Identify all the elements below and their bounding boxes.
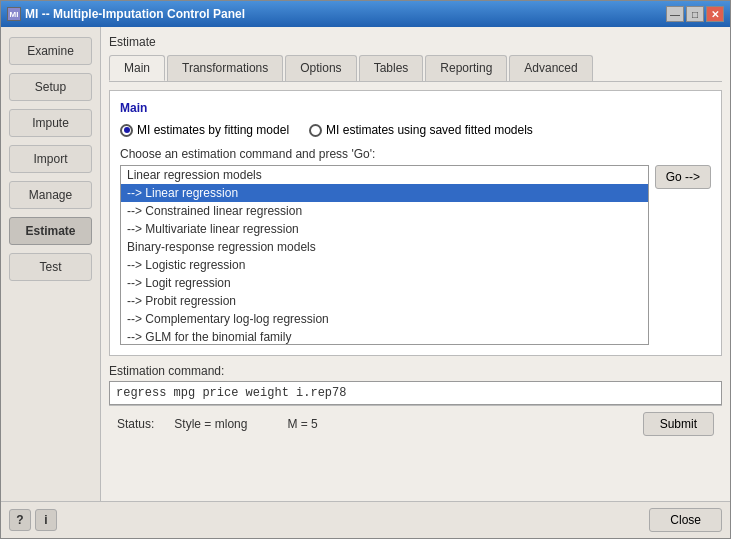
radio-fitting-model-circle <box>120 124 133 137</box>
window-title: MI -- Multiple-Imputation Control Panel <box>25 7 245 21</box>
estimation-input[interactable] <box>109 381 722 405</box>
submit-button[interactable]: Submit <box>643 412 714 436</box>
info-icon-button[interactable]: i <box>35 509 57 531</box>
maximize-button[interactable]: □ <box>686 6 704 22</box>
list-item[interactable]: --> Constrained linear regression <box>121 202 648 220</box>
title-bar: MI MI -- Multiple-Imputation Control Pan… <box>1 1 730 27</box>
sidebar-item-impute[interactable]: Impute <box>9 109 92 137</box>
sidebar-item-estimate[interactable]: Estimate <box>9 217 92 245</box>
radio-row: MI estimates by fitting model MI estimat… <box>120 123 711 137</box>
section-label: Estimate <box>109 35 722 49</box>
tabs-container: Main Transformations Options Tables Repo… <box>109 55 722 82</box>
radio-fitting-model-label: MI estimates by fitting model <box>137 123 289 137</box>
window-icon: MI <box>7 7 21 21</box>
radio-fitting-model[interactable]: MI estimates by fitting model <box>120 123 289 137</box>
sidebar-item-test[interactable]: Test <box>9 253 92 281</box>
tab-main[interactable]: Main <box>109 55 165 81</box>
sidebar-item-setup[interactable]: Setup <box>9 73 92 101</box>
title-buttons: — □ ✕ <box>666 6 724 22</box>
list-item[interactable]: --> GLM for the binomial family <box>121 328 648 345</box>
go-button[interactable]: Go --> <box>655 165 711 189</box>
estimation-section: Estimation command: <box>109 364 722 405</box>
tab-reporting[interactable]: Reporting <box>425 55 507 81</box>
list-item[interactable]: Linear regression models <box>121 166 648 184</box>
tab-options[interactable]: Options <box>285 55 356 81</box>
status-values: Style = mlong M = 5 <box>154 417 642 431</box>
radio-saved-models[interactable]: MI estimates using saved fitted models <box>309 123 533 137</box>
list-item[interactable]: --> Logit regression <box>121 274 648 292</box>
listbox-container: Linear regression models --> Linear regr… <box>120 165 649 345</box>
list-item[interactable]: --> Logistic regression <box>121 256 648 274</box>
help-icon-button[interactable]: ? <box>9 509 31 531</box>
title-bar-left: MI MI -- Multiple-Imputation Control Pan… <box>7 7 245 21</box>
tab-transformations[interactable]: Transformations <box>167 55 283 81</box>
sidebar-item-import[interactable]: Import <box>9 145 92 173</box>
right-panel: Estimate Main Transformations Options Ta… <box>101 27 730 501</box>
radio-saved-models-label: MI estimates using saved fitted models <box>326 123 533 137</box>
main-section-box: Main MI estimates by fitting model MI es… <box>109 90 722 356</box>
bottom-bar: ? i Close <box>1 501 730 538</box>
radio-saved-models-circle <box>309 124 322 137</box>
list-item[interactable]: Binary-response regression models <box>121 238 648 256</box>
list-item[interactable]: --> Linear regression <box>121 184 648 202</box>
estimation-label: Estimation command: <box>109 364 722 378</box>
minimize-button[interactable]: — <box>666 6 684 22</box>
status-m: M = 5 <box>287 417 317 431</box>
main-window: MI MI -- Multiple-Imputation Control Pan… <box>0 0 731 539</box>
list-item[interactable]: --> Probit regression <box>121 292 648 310</box>
status-bar: Status: Style = mlong M = 5 Submit <box>109 405 722 442</box>
sidebar-item-examine[interactable]: Examine <box>9 37 92 65</box>
main-section-title: Main <box>120 101 711 115</box>
choose-label: Choose an estimation command and press '… <box>120 147 711 161</box>
tab-advanced[interactable]: Advanced <box>509 55 592 81</box>
status-label: Status: <box>117 417 154 431</box>
sidebar: Examine Setup Impute Import Manage Estim… <box>1 27 101 501</box>
status-style: Style = mlong <box>174 417 247 431</box>
list-go-row: Linear regression models --> Linear regr… <box>120 165 711 345</box>
list-item[interactable]: --> Complementary log-log regression <box>121 310 648 328</box>
bottom-left-icons: ? i <box>9 509 57 531</box>
sidebar-item-manage[interactable]: Manage <box>9 181 92 209</box>
close-button[interactable]: Close <box>649 508 722 532</box>
window-close-button[interactable]: ✕ <box>706 6 724 22</box>
regression-listbox[interactable]: Linear regression models --> Linear regr… <box>120 165 649 345</box>
list-item[interactable]: --> Multivariate linear regression <box>121 220 648 238</box>
tab-tables[interactable]: Tables <box>359 55 424 81</box>
main-content: Examine Setup Impute Import Manage Estim… <box>1 27 730 501</box>
